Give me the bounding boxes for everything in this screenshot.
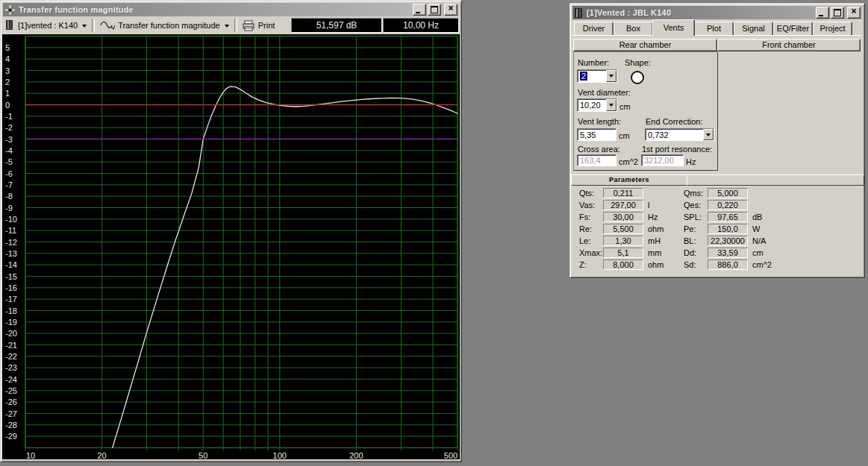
parameter-value-field[interactable]: 22,30000 [708,236,748,246]
parameter-unit: N/A [752,236,766,245]
parameter-label: Re: [579,224,603,233]
maximize-button[interactable] [831,7,844,19]
end-correction-value: 0,732 [648,130,703,139]
parameter-value-field[interactable]: 0,211 [603,188,643,198]
y-axis-label: -26 [5,397,17,406]
toolbar-separator [234,19,237,32]
parameter-value-field[interactable]: 150,0 [708,224,748,234]
parameter-unit: cm [752,248,764,257]
parameter-value-field[interactable]: 1,30 [603,236,643,246]
maximize-button[interactable] [428,4,441,16]
parameter-value-field[interactable]: 5,1 [603,248,643,258]
y-axis-label: 1 [5,89,10,98]
parameter-row: Qts:0,211 [579,187,680,199]
vent-number-combobox[interactable]: 2 [577,69,617,83]
cross-area-label: Cross area: [578,145,620,154]
tab-box[interactable]: Box [613,22,653,35]
y-axis-label: 4 [5,54,10,63]
cross-area-unit: cm^2 [619,157,638,166]
tab-plot[interactable]: Plot [694,22,734,35]
parameter-label: Dd: [684,248,708,257]
parameter-label: Vas: [579,201,603,210]
tab-driver[interactable]: Driver [574,22,613,35]
combo-dropdown-button[interactable] [703,129,714,140]
parameter-unit: W [752,224,760,233]
print-button[interactable]: Print [240,18,278,33]
parameters-panel-header[interactable]: Parameters [571,174,687,186]
y-axis-label: 2 [5,78,10,86]
parameter-value-field[interactable]: 30,00 [603,212,643,222]
close-button[interactable]: × [444,4,458,16]
magnitude-readout: 51,597 dB [291,18,382,33]
y-axis-label: -2 [5,123,13,132]
graph-type-selector[interactable]: Transfer function magnitude [97,18,232,33]
circle-shape-icon[interactable] [631,71,644,84]
parameter-unit: ohm [648,224,664,233]
plot-window-titlebar[interactable]: Transfer function magnitude × [3,3,459,16]
y-axis-label: -3 [5,135,13,144]
y-axis-label: -19 [5,318,17,327]
parameter-label: Pe: [684,224,708,233]
parameter-row: Sd:886,0cm^2 [684,259,818,271]
combo-dropdown-button[interactable] [606,99,616,111]
x-axis-label: 500 [444,451,458,460]
parameters-panel-spacer [687,174,864,186]
tab-project[interactable]: Project [813,22,852,35]
parameter-value-field[interactable]: 33,59 [708,248,748,258]
port-resonance-label: 1st port resonance: [642,145,712,154]
vent-length-field[interactable]: 5,35 [577,128,616,141]
combo-dropdown-button[interactable] [606,70,616,82]
parameter-unit: ohm [648,260,664,269]
project-selector[interactable]: [1]vented : K140 [3,18,90,33]
parameter-value-field[interactable]: 5,500 [603,224,643,234]
parameter-value-field[interactable]: 886,0 [708,259,748,270]
parameter-label: Xmax: [579,248,603,257]
parameter-unit: Hz [648,212,658,221]
y-axis-label: -6 [5,169,13,178]
y-axis-label: -15 [5,272,17,281]
vent-diameter-value: 10,20 [580,101,606,110]
parameter-unit: l [648,201,649,210]
vent-diameter-combobox[interactable]: 10,20 [577,98,617,112]
y-axis-label: -29 [5,432,17,441]
tab-signal[interactable]: Signal [734,22,773,35]
transfer-function-chart[interactable]: -29-28-27-26-25-24-23-22-21-20-19-18-17-… [2,34,460,459]
y-axis-label: -14 [5,260,17,269]
x-axis-label: 50 [199,451,207,460]
tab-vents[interactable]: Vents [652,19,695,36]
plot-area[interactable]: -29-28-27-26-25-24-23-22-21-20-19-18-17-… [2,34,460,459]
parameter-unit: dB [752,212,762,221]
front-chamber-header[interactable]: Front chamber [717,39,861,51]
plot-window-title: Transfer function magnitude [19,5,134,14]
parameter-row: Xmax:5,1mm [579,247,680,259]
design-window-titlebar[interactable]: [1]Vented : JBL K140 × [572,6,862,19]
vent-diameter-label: Vent diameter: [578,88,631,97]
port-resonance-field: 3212,00 [641,154,684,166]
parameter-value-field[interactable]: 0,220 [708,200,748,210]
parameter-value-field[interactable]: 5,000 [708,188,748,198]
chevron-down-icon [82,25,87,30]
parameter-label: Le: [579,236,603,245]
parameter-value-field[interactable]: 297,00 [603,200,643,210]
tab-eq-filter[interactable]: EQ/Filter [773,22,813,35]
rear-chamber-header[interactable]: Rear chamber [573,39,717,51]
design-window: [1]Vented : JBL K140 × DriverBoxVentsPlo… [569,3,865,278]
y-axis-label: -10 [5,215,17,224]
parameter-value-field[interactable]: 8,000 [603,259,643,270]
triangle-down-icon [609,75,613,80]
port-resonance-unit: Hz [686,157,696,166]
minimize-button[interactable] [413,4,426,16]
parameters-column-left: Qts:0,211Vas:297,00lFs:30,00HzRe:5,500oh… [579,187,680,271]
y-axis-label: 0 [5,101,10,110]
end-correction-combobox[interactable]: 0,732 [645,128,714,141]
y-axis-label: -28 [5,421,17,429]
y-axis-label: -23 [5,363,17,372]
parameter-row: BL:22,30000N/A [684,235,818,247]
parameter-value-field[interactable]: 97,65 [708,212,748,222]
number-label: Number: [578,58,609,67]
close-button[interactable]: × [847,7,861,19]
x-axis-label: 10 [26,451,35,460]
minimize-button[interactable] [816,7,829,19]
y-axis-label: -11 [5,226,16,235]
sine-wave-icon [100,20,115,31]
